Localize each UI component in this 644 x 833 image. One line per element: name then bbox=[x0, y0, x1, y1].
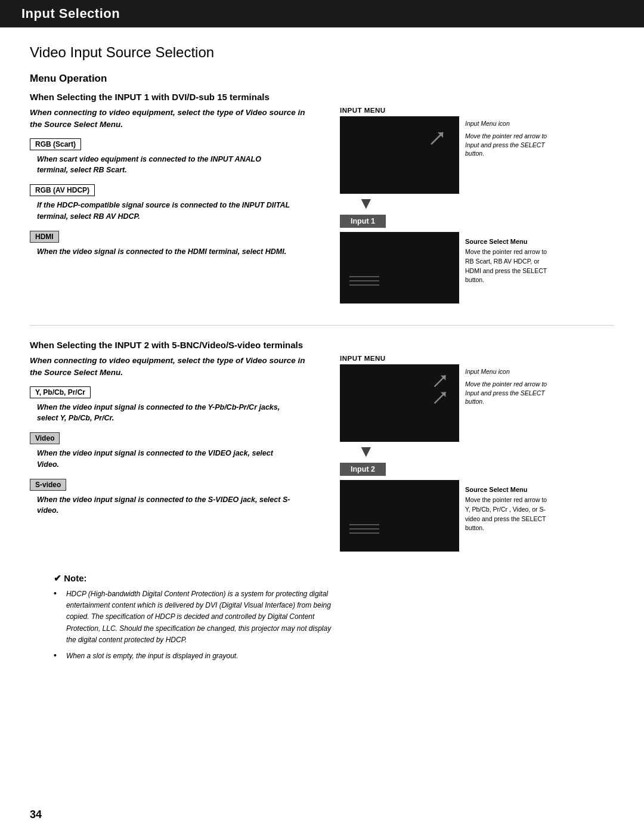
menu-arrow-icon-2b bbox=[432, 389, 448, 408]
tag-y-pb-cb-desc: When the video input signal is connected… bbox=[37, 402, 293, 425]
note-bullet-1: • HDCP (High-bandwidth Digital Content P… bbox=[54, 589, 614, 646]
source-menu-box-inner-2 bbox=[340, 480, 459, 552]
section-block-2: When Selecting the INPUT 2 with 5-BNC/Vi… bbox=[30, 340, 614, 552]
right-col-2: INPUT MENU bbox=[328, 355, 614, 552]
down-arrow-2: ▼ bbox=[358, 443, 374, 460]
source-line-2a bbox=[349, 524, 379, 525]
down-arrow-1: ▼ bbox=[358, 195, 374, 212]
input-menu-label-2: INPUT MENU bbox=[340, 355, 386, 362]
input-menu-icon-text-1: Input Menu icon bbox=[465, 120, 555, 127]
input-menu-annotation-block-1: Input Menu icon Move the pointer red arr… bbox=[465, 120, 555, 158]
tag-video-desc: When the video input signal is connected… bbox=[37, 448, 293, 470]
input-1-button: Input 1 bbox=[340, 215, 386, 228]
source-line-1c bbox=[349, 284, 379, 286]
header-bar: Input Selection bbox=[0, 0, 644, 27]
tag-y-pb-cb: Y, Pb/Cb, Pr/Cr bbox=[30, 386, 91, 398]
section2-intro: When connecting to video equipment, sele… bbox=[30, 355, 316, 379]
menu-arrow-icon-1 bbox=[428, 129, 446, 149]
tag-rgb-scart: RGB (Scart) bbox=[30, 138, 81, 150]
tag-hdmi-desc: When the video signal is connected to th… bbox=[37, 246, 293, 258]
left-col-2: When connecting to video equipment, sele… bbox=[30, 355, 328, 525]
source-menu-label-text-2: Source Select Menu bbox=[465, 486, 549, 493]
input-menu-arrow-text-1: Move the pointer red arrow to Input and … bbox=[465, 132, 555, 158]
header-title: Input Selection bbox=[21, 6, 120, 21]
source-menu-box-1 bbox=[340, 232, 459, 304]
section-block-1: When Selecting the INPUT 1 with DVI/D-su… bbox=[30, 92, 614, 304]
section-heading-2: When Selecting the INPUT 2 with 5-BNC/Vi… bbox=[30, 340, 614, 350]
input-menu-box-inner-1 bbox=[340, 116, 459, 194]
input-2-button: Input 2 bbox=[340, 463, 386, 476]
bullet-dot-1: • bbox=[54, 589, 57, 598]
source-menu-lines-2 bbox=[349, 524, 379, 534]
source-menu-annotation-block-2: Source Select Menu Move the pointer red … bbox=[465, 486, 549, 533]
input-menu-arrow-text-2: Move the pointer red arrow to Input and … bbox=[465, 380, 555, 406]
right-col-1: INPUT MENU bbox=[328, 107, 614, 304]
input-menu-box-inner-2 bbox=[340, 364, 459, 442]
source-menu-row-2: Source Select Menu Move the pointer red … bbox=[340, 480, 549, 552]
input-menu-box-2 bbox=[340, 364, 459, 442]
source-menu-label-text-1: Source Select Menu bbox=[465, 238, 549, 245]
input-menu-annotation-block-2: Input Menu icon Move the pointer red arr… bbox=[465, 368, 555, 406]
source-line-1a bbox=[349, 276, 379, 277]
section-heading-1: When Selecting the INPUT 1 with DVI/D-su… bbox=[30, 92, 614, 102]
tag-hdmi: HDMI bbox=[30, 231, 59, 243]
source-line-2b bbox=[349, 528, 379, 529]
input-menu-label-1: INPUT MENU bbox=[340, 107, 386, 114]
source-line-1b bbox=[349, 280, 379, 281]
note-bullet-2: • When a slot is empty, the input is dis… bbox=[54, 651, 614, 662]
page-number: 34 bbox=[30, 809, 42, 821]
tag-rgb-av-hdcp-desc: If the HDCP-compatible signal source is … bbox=[37, 200, 293, 222]
tag-s-video-desc: When the video input signal is connected… bbox=[37, 494, 293, 517]
note-section: ✔ Note: • HDCP (High-bandwidth Digital C… bbox=[30, 573, 614, 662]
note-text-2: When a slot is empty, the input is displ… bbox=[66, 651, 239, 662]
tag-s-video: S-video bbox=[30, 479, 66, 491]
note-title: ✔ Note: bbox=[54, 573, 614, 584]
source-menu-lines-1 bbox=[349, 276, 379, 286]
source-menu-text-2: Move the pointer red arrow to Y, Pb/Cb, … bbox=[465, 496, 549, 533]
source-menu-box-inner-1 bbox=[340, 232, 459, 304]
source-menu-text-1: Move the pointer red arrow to RB Scart, … bbox=[465, 247, 549, 285]
main-content: Video Input Source Selection Menu Operat… bbox=[0, 27, 644, 702]
source-menu-row-1: Source Select Menu Move the pointer red … bbox=[340, 232, 549, 304]
two-col-2: When connecting to video equipment, sele… bbox=[30, 355, 614, 552]
input-menu-row-2: Input Menu icon Move the pointer red arr… bbox=[340, 364, 555, 442]
tag-video: Video bbox=[30, 432, 60, 444]
input-menu-icon-text-2: Input Menu icon bbox=[465, 368, 555, 375]
section1-intro: When connecting to video equipment, sele… bbox=[30, 107, 316, 131]
section-divider bbox=[30, 325, 614, 326]
input-menu-row-1: Input Menu icon Move the pointer red arr… bbox=[340, 116, 555, 194]
menu-arrow-icon-2a bbox=[432, 373, 448, 391]
source-line-2c bbox=[349, 532, 379, 534]
source-menu-annotation-block-1: Source Select Menu Move the pointer red … bbox=[465, 238, 549, 285]
bullet-dot-2: • bbox=[54, 651, 57, 660]
note-text-1: HDCP (High-bandwidth Digital Content Pro… bbox=[66, 589, 340, 646]
sub-section-title: Menu Operation bbox=[30, 73, 614, 85]
left-col-1: When connecting to video equipment, sele… bbox=[30, 107, 328, 265]
tag-rgb-scart-desc: When scart video equipment is connected … bbox=[37, 154, 293, 176]
two-col-1: When connecting to video equipment, sele… bbox=[30, 107, 614, 304]
input-menu-box-1 bbox=[340, 116, 459, 194]
page-section-title: Video Input Source Selection bbox=[30, 44, 614, 61]
source-menu-box-2 bbox=[340, 480, 459, 552]
tag-rgb-av-hdcp: RGB (AV HDCP) bbox=[30, 184, 95, 196]
